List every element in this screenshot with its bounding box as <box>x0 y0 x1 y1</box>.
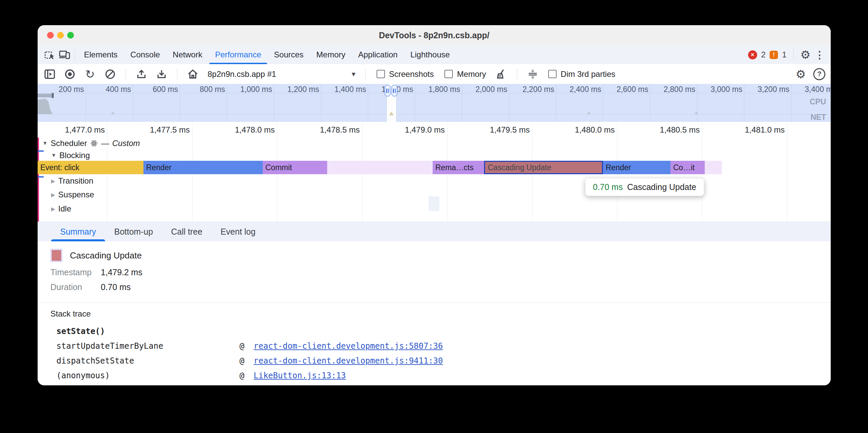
inspect-element-icon[interactable] <box>42 47 57 62</box>
garbage-collect-icon[interactable] <box>494 67 509 81</box>
selection-right-handle[interactable] <box>391 85 397 97</box>
summary-pane: Cascading Update Timestamp 1,479.2 ms Du… <box>38 241 831 385</box>
dim-3rd-parties-checkbox[interactable] <box>548 70 557 78</box>
tab-event-log[interactable]: Event log <box>211 222 265 241</box>
overview-gridline <box>321 84 321 122</box>
flame-bar-render[interactable]: Render <box>603 161 671 174</box>
overview-gridline <box>650 84 650 122</box>
download-profile-icon[interactable] <box>154 67 169 81</box>
overview-gridline <box>462 84 462 122</box>
stack-function-name: startUpdateTimerByLane <box>56 341 240 351</box>
tab-lighthouse[interactable]: Lighthouse <box>404 45 456 64</box>
stack-frame: startUpdateTimerByLane@react-dom-client.… <box>56 339 817 354</box>
flame-bar-co-it[interactable]: Co…it <box>671 161 705 174</box>
warning-badge-icon[interactable]: ! <box>770 51 778 59</box>
duration-label: Duration <box>51 282 101 292</box>
tab-summary[interactable]: Summary <box>51 222 105 241</box>
track-row-transition[interactable]: ▶Transition <box>51 176 93 186</box>
track-group-header[interactable]: ▼ Scheduler — Custom <box>42 139 140 148</box>
more-options-icon[interactable]: ⋮ <box>814 49 825 61</box>
home-icon[interactable] <box>185 67 200 81</box>
track-row-label: Transition <box>58 176 93 186</box>
profile-select[interactable]: 8p2n9n.csb.app #1 ▾ <box>208 69 355 79</box>
track-group-dash: — <box>101 139 109 148</box>
flame-bar-rema-cts[interactable]: Rema…cts <box>433 161 484 174</box>
devtools-tab-bar: ElementsConsoleNetworkPerformanceSources… <box>38 45 831 64</box>
tab-network[interactable]: Network <box>166 45 209 64</box>
stack-at-symbol: @ <box>240 371 254 380</box>
tab-elements[interactable]: Elements <box>78 45 124 64</box>
ruler-tick-label: 1,481.0 ms <box>745 125 785 135</box>
cpu-bump <box>111 111 115 114</box>
error-badge-icon[interactable]: × <box>748 51 757 59</box>
flame-bar-render[interactable]: Render <box>144 161 263 174</box>
overview-gridline <box>791 84 792 122</box>
overview-separator <box>38 114 831 114</box>
flame-bar-span[interactable] <box>705 161 722 174</box>
stack-frame: setState() <box>56 324 817 339</box>
stack-source-link[interactable]: react-dom-client.development.js:9411:30 <box>254 356 817 366</box>
overview-tick-label: 2,600 ms <box>616 85 648 94</box>
screenshots-label: Screenshots <box>389 69 434 79</box>
tab-performance[interactable]: Performance <box>209 45 268 64</box>
track-row-idle[interactable]: ▶Idle <box>51 204 71 214</box>
overview-tick-label: 200 ms <box>59 85 84 94</box>
clear-icon[interactable] <box>103 67 118 81</box>
dim-3rd-parties-label: Dim 3rd parties <box>561 69 615 79</box>
upload-profile-icon[interactable] <box>134 67 149 81</box>
selection-left-handle[interactable] <box>384 85 391 97</box>
overview-gridline <box>133 84 133 122</box>
expand-arrow-icon[interactable]: ▼ <box>42 140 48 146</box>
ruler-tick-label: 1,479.5 ms <box>490 125 530 135</box>
tab-console[interactable]: Console <box>124 45 166 64</box>
reload-record-icon[interactable]: ↻ <box>83 67 97 81</box>
title-bar: DevTools - 8p2n9n.csb.app/ <box>38 25 831 46</box>
collapse-arrow-icon[interactable]: ▼ <box>51 153 56 159</box>
overview-gridline <box>180 84 180 122</box>
overview-tick-label: 2,200 ms <box>522 85 554 94</box>
device-toolbar-icon[interactable] <box>57 47 72 62</box>
cpu-label: CPU <box>810 97 826 106</box>
memory-label: Memory <box>457 69 486 79</box>
settings-gear-icon[interactable]: ⚙ <box>801 47 811 62</box>
tooltip-label: Cascading Update <box>627 182 696 192</box>
flame-bar-event-click[interactable]: Event: click <box>38 161 144 174</box>
overview-tick-label: 800 ms <box>200 85 225 94</box>
capture-settings-gear-icon[interactable]: ⚙ <box>796 67 806 81</box>
stack-source-link[interactable]: LikeButton.js:13:13 <box>254 371 817 380</box>
stack-source-link[interactable]: react-dom-client.development.js:5807:36 <box>254 341 817 351</box>
record-icon[interactable] <box>62 67 77 81</box>
toggle-sidebar-icon[interactable] <box>42 67 57 81</box>
tab-memory[interactable]: Memory <box>310 45 352 64</box>
tab-application[interactable]: Application <box>352 45 404 64</box>
screenshots-checkbox[interactable] <box>377 70 385 78</box>
overview-gridline <box>603 84 603 122</box>
expand-arrow-icon[interactable]: ▶ <box>51 178 55 184</box>
collapse-tracks-icon[interactable] <box>525 67 540 81</box>
error-count: 2 <box>761 50 766 59</box>
flame-bar-span[interactable] <box>327 161 433 174</box>
flame-bar-commit[interactable]: Commit <box>263 161 327 174</box>
flame-bar-cascading-update[interactable]: Cascading Update <box>484 161 603 174</box>
expand-arrow-icon[interactable]: ▶ <box>51 206 55 212</box>
timeline-overview[interactable]: 200 ms400 ms600 ms800 ms1,000 ms1,200 ms… <box>38 84 831 122</box>
lane-indicator <box>38 151 44 152</box>
overview-tick-label: 1,200 ms <box>287 85 319 94</box>
divider <box>177 68 177 80</box>
track-row-suspense[interactable]: ▶Suspense <box>51 190 94 200</box>
tab-bottom-up[interactable]: Bottom-up <box>105 222 162 241</box>
overview-tick-label: 1,000 ms <box>240 85 272 94</box>
details-tab-bar: SummaryBottom-upCall treeEvent log <box>38 222 831 242</box>
tab-sources[interactable]: Sources <box>268 45 310 64</box>
divider <box>517 68 517 80</box>
memory-checkbox[interactable] <box>444 70 453 78</box>
selection-marker <box>389 111 394 115</box>
help-icon[interactable]: ? <box>813 68 825 80</box>
hover-artifact <box>429 196 439 211</box>
panel-tabs: ElementsConsoleNetworkPerformanceSources… <box>78 45 456 64</box>
tab-call-tree[interactable]: Call tree <box>162 222 211 241</box>
expand-arrow-icon[interactable]: ▶ <box>51 192 55 198</box>
flame-chart-row: Event: clickRenderCommitRema…ctsCascadin… <box>38 161 831 174</box>
track-row-blocking[interactable]: ▼Blocking <box>51 151 90 161</box>
overview-gridline <box>368 84 368 122</box>
